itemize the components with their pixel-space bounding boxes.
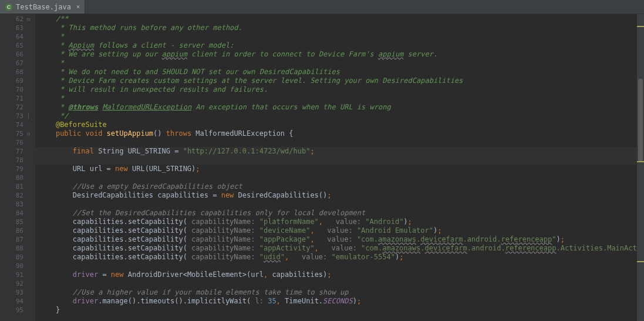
line-number: 89 bbox=[0, 253, 35, 262]
code-editor[interactable]: ⊟│⊟ 626364656667686970717273747576777879… bbox=[0, 14, 644, 321]
code-line[interactable]: final String URL_STRING = "http://127.0.… bbox=[35, 147, 637, 156]
code-line[interactable]: public void setUpAppium() throws Malform… bbox=[35, 129, 637, 138]
code-line[interactable]: * @throws MalformedURLException An excep… bbox=[35, 103, 637, 112]
scroll-marker bbox=[637, 161, 644, 162]
code-line[interactable]: /** bbox=[35, 15, 637, 24]
editor-tab[interactable]: C TestBase.java × bbox=[0, 0, 85, 14]
code-line[interactable]: * Appium follows a client - server model… bbox=[35, 41, 637, 50]
code-line[interactable] bbox=[35, 279, 637, 288]
line-number: 95 bbox=[0, 306, 35, 315]
scroll-marker bbox=[637, 26, 644, 27]
code-line[interactable] bbox=[35, 200, 637, 209]
code-line[interactable] bbox=[35, 173, 637, 182]
line-number: 79 bbox=[0, 165, 35, 173]
line-number: 70 bbox=[0, 85, 35, 94]
line-number: 66 bbox=[0, 50, 35, 59]
line-number: 71 bbox=[0, 94, 35, 103]
java-class-icon: C bbox=[5, 3, 13, 11]
line-number: 82 bbox=[0, 191, 35, 200]
code-line[interactable]: * will result in unexpected results and … bbox=[35, 85, 637, 94]
line-number: 87 bbox=[0, 235, 35, 244]
line-number: 72 bbox=[0, 103, 35, 112]
scroll-thumb[interactable] bbox=[638, 79, 643, 161]
close-icon[interactable]: × bbox=[76, 4, 80, 10]
code-line[interactable]: capabilities.setCapability( capabilityNa… bbox=[35, 218, 637, 226]
line-number: 80 bbox=[0, 173, 35, 182]
line-number: 94 bbox=[0, 297, 35, 306]
code-line[interactable]: //Set the DesiredCapabilities capabiliti… bbox=[35, 209, 637, 218]
fold-guide-icon: │ bbox=[26, 112, 31, 121]
line-number: 63 bbox=[0, 24, 35, 32]
tab-bar: C TestBase.java × bbox=[0, 0, 644, 14]
line-number: 78 bbox=[0, 156, 35, 165]
line-number: 74 bbox=[0, 121, 35, 129]
code-line[interactable]: * We are setting up our appium client in… bbox=[35, 50, 637, 59]
scroll-marker bbox=[637, 261, 644, 262]
code-line[interactable]: * bbox=[35, 94, 637, 103]
code-line[interactable]: @BeforeSuite bbox=[35, 121, 637, 129]
line-number: 77 bbox=[0, 147, 35, 156]
line-number: 93 bbox=[0, 288, 35, 297]
code-line[interactable]: //Use a empty DesiredCapabilities object bbox=[35, 182, 637, 191]
line-number-gutter: ⊟│⊟ 626364656667686970717273747576777879… bbox=[0, 14, 35, 321]
code-line[interactable]: */ bbox=[35, 112, 637, 121]
code-line[interactable]: URL url = new URL(URL_STRING); bbox=[35, 165, 637, 173]
line-number: 64 bbox=[0, 32, 35, 41]
code-line[interactable]: * This method runs before any other meth… bbox=[35, 24, 637, 32]
line-number: 68 bbox=[0, 68, 35, 76]
line-number: 84 bbox=[0, 209, 35, 218]
fold-toggle-icon[interactable]: ⊟ bbox=[26, 15, 31, 24]
tab-filename: TestBase.java bbox=[16, 3, 71, 11]
code-line[interactable]: * bbox=[35, 59, 637, 68]
code-line[interactable]: //Use a higher value if your mobile elem… bbox=[35, 288, 637, 297]
code-line[interactable] bbox=[35, 138, 637, 147]
line-number: 88 bbox=[0, 244, 35, 253]
line-number: 91 bbox=[0, 270, 35, 279]
line-number: 76 bbox=[0, 138, 35, 147]
code-line[interactable]: capabilities.setCapability( capabilityNa… bbox=[35, 235, 637, 244]
code-line[interactable]: } bbox=[35, 306, 637, 315]
fold-toggle-icon[interactable]: ⊟ bbox=[26, 130, 31, 139]
code-line[interactable]: capabilities.setCapability( capabilityNa… bbox=[35, 226, 637, 235]
code-line[interactable]: driver.manage().timeouts().implicitlyWai… bbox=[35, 297, 637, 306]
code-line[interactable]: capabilities.setCapability( capabilityNa… bbox=[35, 244, 637, 253]
code-line[interactable]: * Device Farm creates custom settings at… bbox=[35, 76, 637, 85]
code-line[interactable] bbox=[35, 156, 637, 165]
line-number: 90 bbox=[0, 262, 35, 270]
code-line[interactable]: * We do not need to and SHOULD NOT set o… bbox=[35, 68, 637, 76]
code-line[interactable] bbox=[35, 262, 637, 270]
line-number: 92 bbox=[0, 279, 35, 288]
code-line[interactable]: DesiredCapabilities capabilities = new D… bbox=[35, 191, 637, 200]
vertical-scrollbar[interactable] bbox=[637, 14, 644, 321]
line-number: 67 bbox=[0, 59, 35, 68]
code-content[interactable]: /** * This method runs before any other … bbox=[35, 14, 637, 321]
code-line[interactable]: driver = new AndroidDriver<MobileElement… bbox=[35, 270, 637, 279]
line-number: 83 bbox=[0, 200, 35, 209]
line-number: 86 bbox=[0, 226, 35, 235]
svg-text:C: C bbox=[7, 4, 11, 10]
code-line[interactable]: capabilities.setCapability( capabilityNa… bbox=[35, 253, 637, 262]
code-line[interactable]: * bbox=[35, 32, 637, 41]
line-number: 69 bbox=[0, 76, 35, 85]
line-number: 81 bbox=[0, 182, 35, 191]
line-number: 85 bbox=[0, 218, 35, 226]
line-number: 65 bbox=[0, 41, 35, 50]
